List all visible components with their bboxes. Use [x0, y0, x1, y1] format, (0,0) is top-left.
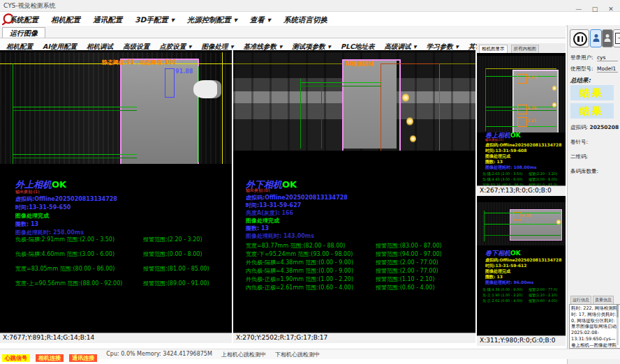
measurement-value: 负-正:1.90 (1.00 - 2.20) [482, 293, 522, 297]
bottom-status-bar: 心跳信号 相机连接 通讯连接 Cpu: 0.0% Memory: 3424.41… [0, 349, 620, 359]
log-text-area[interactable]: 耗时: 222, 网络检测耗时: 17, 网络分类耗时: 0, 网络提取分区耗时… [569, 304, 620, 349]
green-line-overlay [300, 86, 381, 86]
green-line-overlay [13, 154, 137, 155]
threshold-label: 静态阈值:93，动态阈值:100 [102, 59, 176, 66]
defect-box-label: 4.38 [522, 213, 531, 218]
mid-camera-image[interactable]: AI检测区域 [233, 52, 475, 151]
measurement-value: 负-隔:4.38 (0.00 - 9.00) [482, 287, 522, 291]
alarm-range: 报警范围:(2.00 - 77.00) [376, 259, 438, 266]
reflection-glint [402, 93, 409, 103]
defect-box-overlay [517, 74, 527, 84]
camera-connect-badge: 相机连接 [36, 354, 64, 362]
window-title: CYS-视觉检测系统 [3, 1, 56, 10]
measurement-row: 宽度=83.77mm 范围:(82.00 - 88.00) 报警范围:(83.0… [246, 242, 345, 250]
measurement-row: 宽度-上=90.56mm 范围:(88.00 - 92.00) 报警范围:(89… [15, 280, 122, 287]
pixel-coordinate-bar: X:7677;Y:891;R:14;G:14;B:14 [0, 333, 232, 343]
turns-line: 圈数: 13 [246, 225, 269, 232]
measurement-row: 负-隔:4.38 (0.00 - 9.00) 报警(2.00 - 77.0) [482, 287, 522, 291]
left-camera-image[interactable]: 91.88 静态阈值:93，动态阈值:100 [0, 52, 232, 164]
measurement-value: 负-隔:4.43 (3.00 - 6.00) [482, 177, 522, 181]
login-user-value: cys [597, 54, 618, 61]
barcode-count-label: 条码库数量: [570, 168, 598, 175]
measurement-row: 负-隔:2.63 (2.00 - 3.50) 报警(2.20 - 3.20) [482, 172, 522, 176]
measurement-value: 负-隔:2.63 (2.00 - 3.50) [482, 172, 522, 176]
result-badge-top: 结果 [570, 85, 614, 100]
reflection-glint [556, 219, 561, 225]
time-line: 时间:13-31-59-627 [246, 202, 301, 209]
measurement-value: 内负极-隔膜=4.38mm 范围:(0.00 - 9.00) [246, 268, 353, 274]
menu-item-light-config[interactable]: 光源控制配置 ▾ [187, 15, 237, 25]
virtual-code-value: 20250208 [589, 124, 619, 130]
menu-item-3d-config[interactable]: 3D手配置 ▾ [135, 15, 174, 25]
virtual-code-line: 虚拟码:Offline2025020813134728 [15, 195, 117, 203]
thumb-tab-strip: 相机图显示 所有内相图 前相内相图 [477, 43, 566, 54]
app-window: CYS-视觉检测系统 — □ ✕ 系统配置 相机配置 通讯配置 3D手配置 ▾ … [0, 0, 620, 364]
reflection-glint [552, 102, 556, 108]
measurement-value: 宽度=83.77mm 范围:(82.00 - 88.00) [246, 243, 345, 249]
measurement-row: 宽度=83.05mm 范围:(80.00 - 86.00) 报警范围:(81.0… [15, 265, 115, 273]
menu-bar: 系统配置 相机配置 通讯配置 3D手配置 ▾ 光源控制配置 ▾ 查看 ▾ 系统语… [0, 12, 620, 26]
measurement-value: 外负极-正极=1.90mm 范围:(1.00 - 2.20) [246, 276, 353, 282]
result-badge-bottom: 结果 [570, 103, 614, 119]
green-line-overlay [484, 235, 561, 236]
top-thumb-pane: 4.43 4.38 2.61 卷上相机OK 输出类别:(1) 虚拟码:Offli… [477, 53, 566, 196]
model-value[interactable]: Model1 [597, 66, 618, 73]
total-result-label: 总结果: [570, 77, 591, 85]
output-class-label: 输出类别:(1) [485, 138, 503, 142]
process-done-line: 图像处理完成 [15, 212, 49, 220]
measurement-row: 宽度-下=95.24mm 范围:(93.00 - 98.00) 报警范围:(94… [246, 250, 353, 258]
measurement-row: 负-正:1.90 (1.00 - 2.20) 报警(1.10 - 2.10) [482, 293, 522, 297]
exit-button[interactable]: → [613, 29, 620, 47]
green-line-overlay [300, 82, 381, 83]
left-camera-pane: 91.88 静态阈值:93，动态阈值:100 外上相机OK 输出类别:(1) 虚… [0, 50, 232, 343]
tab-strip: 运行图像 [0, 26, 566, 38]
alarm-range: 报警(1.10 - 2.10) [529, 293, 557, 297]
user-icon [593, 33, 599, 42]
defect-box-overlay [517, 117, 527, 127]
log-scrollbar-thumb[interactable] [617, 305, 619, 317]
green-vline-overlay [300, 79, 301, 149]
defect-box-label: 2.61 [527, 118, 536, 123]
camera-name: 外上相机 [15, 179, 52, 190]
alarm-range: 报警(0.00 - 8.00) [529, 177, 557, 181]
alarm-range: 报警范围:(0.00 - 8.00) [143, 250, 202, 258]
output-class-label: 输出类别:(0) [246, 188, 270, 194]
tab-run-image[interactable]: 运行图像 [2, 27, 45, 38]
pixel-coordinate-bar: X:270;Y:2502;R:17;G:17;B:17 [233, 333, 475, 343]
measurement-value: 内负极-正极=2.61mm 范围:(0.60 - 4.00) [246, 285, 353, 291]
pause-button[interactable] [570, 29, 589, 47]
green-vline-overlay [13, 63, 13, 164]
menu-item-view[interactable]: 查看 ▾ [250, 15, 271, 25]
menu-item-comm-config[interactable]: 通讯配置 [93, 15, 122, 25]
reflection-glint [406, 116, 413, 126]
app-logo-icon [2, 13, 15, 25]
alarm-range: 报警范围:(94.00 - 97.00) [376, 250, 442, 258]
measurement-value: 负-正:2.61 (0.60 - 4.00) [482, 298, 522, 303]
green-line-overlay [13, 158, 137, 158]
elapsed-line: 图像处理耗时: 108.00ms [485, 165, 536, 171]
operator-user-button[interactable] [602, 29, 613, 47]
cpu-memory-text: Cpu: 0.0% Memory: 3424.41796875M [106, 351, 212, 357]
reflection-glint [410, 135, 416, 143]
elapsed-line: 图像处理耗时: 96.00ms [485, 280, 533, 286]
bottom-thumb-image[interactable]: 4.38 [477, 202, 566, 245]
green-vline-overlay [484, 211, 485, 241]
menu-item-language[interactable]: 系统语言切换 [283, 15, 327, 25]
yellow-vline-overlay [222, 52, 223, 164]
reflection-glint [552, 85, 556, 91]
yellow-line-overlay [485, 68, 556, 69]
login-user-button[interactable] [590, 29, 602, 47]
pixel-coordinate-bar: X:311;Y:980;R:0;G:0;B:0 [477, 335, 566, 346]
top-thumb-image[interactable]: 4.43 4.38 2.61 [477, 56, 566, 132]
virtual-code-line: 虚拟码:Offline2025020813134728 [246, 194, 348, 202]
measurement-value: 外负极-隔膜=4.38mm 范围:(0.00 - 9.00) [246, 259, 353, 266]
mid-camera-pane: AI检测区域 外下相机OK 输出类别:(0) 虚拟码:Offline202502… [233, 50, 475, 343]
menu-item-camera-config[interactable]: 相机配置 [51, 15, 80, 25]
thumb-tab-all-views[interactable]: 所有内相图 [511, 45, 540, 53]
thumb-tab-camera-display[interactable]: 相机图显示 [479, 45, 508, 53]
login-user-label: 登录用户: [570, 54, 593, 61]
measurement-value: 负极-隔膜:2.91mm 范围:(2.00 - 3.50) [15, 236, 115, 243]
alarm-range: 报警范围:(0.60 - 4.00) [376, 284, 435, 291]
heartbeat-badge: 心跳信号 [2, 354, 30, 362]
defect-box-label: 4.38 [527, 105, 536, 110]
